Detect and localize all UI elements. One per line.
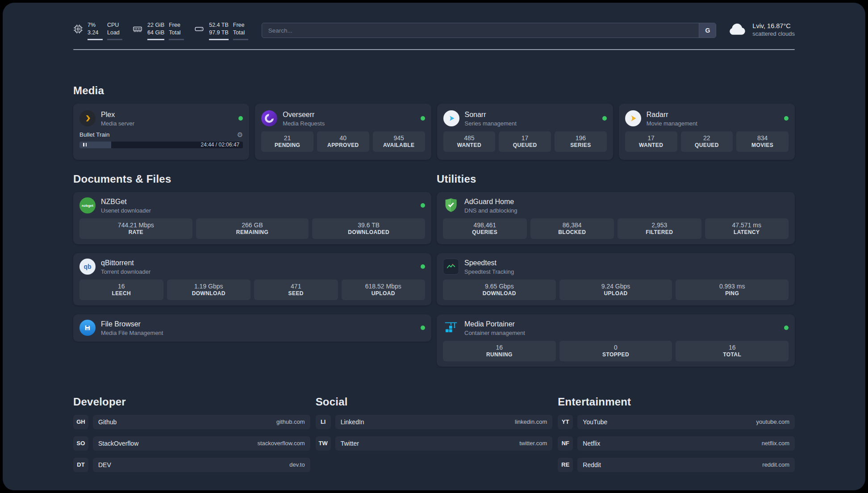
status-dot (784, 116, 789, 121)
stat-tile: 16 TOTAL (676, 341, 789, 361)
app-subtitle: DNS and adblocking (464, 207, 517, 214)
app-name: File Browser (101, 320, 163, 329)
adguard-header: AdGuard Home DNS and adblocking (443, 197, 789, 214)
link-url: stackoverflow.com (257, 440, 305, 447)
plex-icon (79, 110, 96, 126)
overseerr-stats: 21 PENDING 40 APPROVED 945 AVAILABLE (261, 131, 425, 152)
link-bar[interactable]: DEV dev.to (93, 458, 310, 472)
weather-location: Lviv, 16.87°C (752, 22, 795, 29)
stat-value: 266 GB (242, 221, 263, 229)
stat-value: 16 (496, 343, 503, 351)
status-dot (421, 203, 425, 208)
qbittorrent-card[interactable]: qb qBittorrent Torrent downloader 16 LEE… (73, 253, 431, 305)
stat-tile: 1.19 Gbps DOWNLOAD (167, 280, 251, 300)
link-row-dev[interactable]: DT DEV dev.to (73, 458, 310, 472)
qbittorrent-header: qb qBittorrent Torrent downloader (79, 259, 425, 275)
entertainment-group: Entertainment YT YouTube youtube.com NF … (558, 395, 795, 472)
link-bar[interactable]: Netflix netflix.com (577, 436, 795, 451)
cpu-usage: 7% (88, 21, 103, 29)
link-bar[interactable]: Twitter twitter.com (335, 436, 553, 451)
search-input[interactable] (262, 23, 699, 38)
nzbget-header: nzbget NZBGet Usenet downloader (79, 197, 425, 214)
link-name: Reddit (583, 461, 601, 468)
app-name: qBittorrent (101, 259, 150, 267)
link-bar[interactable]: YouTube youtube.com (577, 415, 795, 429)
status-dot (784, 326, 789, 330)
link-row-linkedin[interactable]: LI LinkedIn linkedin.com (316, 415, 553, 429)
sonarr-card[interactable]: Sonarr Series management 485 WANTED 17 Q… (437, 104, 613, 160)
portainer-card[interactable]: Media Portainer Container management 16 … (437, 314, 795, 367)
stat-tile: 9.24 Gbps UPLOAD (559, 280, 672, 300)
nzbget-stats: 744.21 Mbps RATE 266 GB REMAINING 39.6 T… (79, 218, 425, 239)
link-bar[interactable]: StackOverflow stackoverflow.com (93, 436, 310, 451)
app-name: Overseerr (283, 110, 325, 119)
overseerr-texts: Overseerr Media Requests (283, 110, 325, 127)
playback-time: 24:44 / 02:06:47 (201, 142, 240, 148)
stat-tile: 47.571 ms LATENCY (705, 218, 789, 239)
radarr-texts: Radarr Movie management (647, 110, 697, 127)
link-row-reddit[interactable]: RE Reddit reddit.com (558, 458, 795, 472)
ram-metric: 22 GiB 64 GiB Free Total (132, 21, 184, 40)
app-name: Radarr (647, 110, 697, 119)
stat-tile: 86,384 BLOCKED (530, 218, 614, 239)
stat-tile: 0.993 ms PING (676, 280, 789, 300)
stat-tile: 744.21 Mbps RATE (79, 218, 192, 239)
app-subtitle: Media File Management (101, 330, 163, 336)
cloud-icon (729, 23, 747, 37)
stat-value: 0.993 ms (719, 282, 745, 290)
link-bar[interactable]: Reddit reddit.com (577, 458, 795, 472)
adguard-icon (443, 197, 459, 213)
stat-tile: 618.52 Mbps UPLOAD (342, 280, 426, 300)
stat-value: 498,461 (473, 221, 496, 229)
link-row-twitter[interactable]: TW Twitter twitter.com (316, 436, 553, 451)
link-row-youtube[interactable]: YT YouTube youtube.com (558, 415, 795, 429)
speedtest-texts: Speedtest Speedtest Tracking (464, 259, 514, 275)
radarr-header: Radarr Movie management (625, 110, 789, 127)
app-subtitle: Torrent downloader (101, 268, 150, 275)
nzbget-card[interactable]: nzbget NZBGet Usenet downloader 744.21 M… (73, 192, 431, 244)
link-bar[interactable]: Github github.com (93, 415, 310, 429)
search-engine-button[interactable]: G (699, 23, 716, 38)
radarr-icon (625, 110, 641, 126)
plex-progress-bar[interactable]: 24:44 / 02:06:47 (79, 142, 243, 148)
filebrowser-card[interactable]: File Browser Media File Management (73, 314, 431, 342)
overseerr-card[interactable]: Overseerr Media Requests 21 PENDING 40 A… (255, 104, 431, 160)
radarr-card[interactable]: Radarr Movie management 17 WANTED 22 QUE… (619, 104, 795, 160)
disk-metric: 52.4 TB 97.9 TB Free Total (194, 21, 248, 40)
ram-values: 22 GiB 64 GiB (147, 21, 164, 40)
plex-card[interactable]: Plex Media server Bullet Train ⚙ 24:44 /… (73, 104, 249, 160)
stat-label: APPROVED (327, 142, 359, 149)
link-bar[interactable]: LinkedIn linkedin.com (335, 415, 553, 429)
stat-value: 47.571 ms (732, 221, 761, 229)
link-row-github[interactable]: GH Github github.com (73, 415, 310, 429)
search-bar: G (262, 23, 717, 38)
link-row-stackoverflow[interactable]: SO StackOverflow stackoverflow.com (73, 436, 310, 451)
speedtest-card[interactable]: Speedtest Speedtest Tracking 9.65 Gbps D… (437, 253, 795, 305)
media-grid: Plex Media server Bullet Train ⚙ 24:44 /… (73, 104, 795, 160)
filebrowser-header: File Browser Media File Management (79, 320, 425, 336)
ram-total: 64 GiB (147, 29, 164, 37)
gear-icon[interactable]: ⚙ (237, 131, 243, 138)
stat-label: PENDING (275, 142, 300, 149)
stat-label: WANTED (639, 142, 663, 149)
stat-value: 618.52 Mbps (365, 282, 401, 290)
app-subtitle: Usenet downloader (101, 207, 151, 214)
ram-labels: Free Total (169, 21, 184, 40)
stat-label: WANTED (457, 142, 481, 149)
stat-value: 86,384 (563, 221, 582, 229)
qbittorrent-stats: 16 LEECH 1.19 Gbps DOWNLOAD 471 SEED (79, 280, 425, 300)
app-subtitle: Movie management (647, 120, 697, 127)
stat-value: 0 (614, 343, 618, 351)
stat-value: 16 (118, 282, 125, 290)
speedtest-stats: 9.65 Gbps DOWNLOAD 9.24 Gbps UPLOAD 0.99… (443, 280, 789, 300)
app-subtitle: Media Requests (283, 120, 325, 127)
pause-button[interactable] (83, 143, 87, 146)
sonarr-icon (443, 110, 459, 126)
developer-group-title: Developer (73, 395, 310, 409)
link-name: Github (98, 418, 117, 426)
link-row-netflix[interactable]: NF Netflix netflix.com (558, 436, 795, 451)
stat-label: QUEUED (513, 142, 537, 149)
filebrowser-icon (79, 320, 96, 336)
adguard-card[interactable]: AdGuard Home DNS and adblocking 498,461 … (437, 192, 795, 244)
stat-value: 22 (703, 134, 710, 142)
